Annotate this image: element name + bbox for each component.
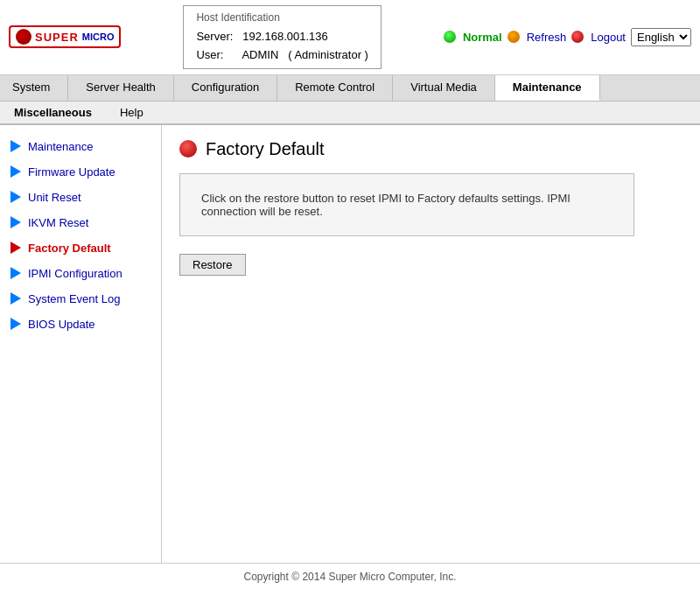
sidebar-item-ikvm-reset[interactable]: IKVM Reset xyxy=(0,210,161,235)
sidebar-label-ikvm-reset: IKVM Reset xyxy=(28,216,88,229)
sidebar-item-bios-update[interactable]: BIOS Update xyxy=(0,312,161,337)
footer: Copyright © 2014 Super Micro Computer, I… xyxy=(0,563,700,590)
logo-super-text: SUPER xyxy=(35,31,79,44)
nav-item-remote-control[interactable]: Remote Control xyxy=(277,75,393,101)
header-right: Normal Refresh Logout English xyxy=(444,28,691,46)
main-layout: Maintenance Firmware Update Unit Reset I… xyxy=(0,125,700,563)
nav-bar: System Server Health Configuration Remot… xyxy=(0,75,700,102)
sidebar-item-ipmi-config[interactable]: IPMI Configuration xyxy=(0,261,161,286)
status-green-dot xyxy=(444,31,456,43)
main-nav: System Server Health Configuration Remot… xyxy=(0,75,700,101)
sidebar-label-ipmi-config: IPMI Configuration xyxy=(28,267,122,280)
sidebar-label-firmware-update: Firmware Update xyxy=(28,165,116,179)
sidebar: Maintenance Firmware Update Unit Reset I… xyxy=(0,125,162,563)
arrow-icon-unit-reset xyxy=(10,191,21,203)
page-title: Factory Default xyxy=(206,139,325,159)
status-normal-text: Normal xyxy=(463,31,502,44)
status-orange-dot xyxy=(508,31,520,43)
logo: SUPERMICRO xyxy=(9,25,121,48)
sidebar-label-system-event-log: System Event Log xyxy=(28,292,121,305)
host-id-title: Host Identification xyxy=(196,10,368,26)
user-label: User: xyxy=(196,48,223,61)
logo-area: SUPERMICRO xyxy=(9,25,121,48)
sidebar-label-factory-default: Factory Default xyxy=(28,242,111,255)
server-row: Server: 192.168.001.136 xyxy=(196,28,368,46)
header: SUPERMICRO Host Identification Server: 1… xyxy=(0,0,700,75)
sidebar-item-system-event-log[interactable]: System Event Log xyxy=(0,286,161,312)
nav-item-server-health[interactable]: Server Health xyxy=(68,75,173,101)
logo-circle-icon xyxy=(16,29,32,45)
content-area: Factory Default Click on the restore but… xyxy=(162,125,700,563)
arrow-icon-ipmi-config xyxy=(10,267,21,279)
arrow-icon-firmware xyxy=(10,165,21,178)
page-title-icon xyxy=(179,140,197,158)
copyright-text: Copyright © 2014 Super Micro Computer, I… xyxy=(244,571,457,583)
info-text: Click on the restore button to reset IPM… xyxy=(201,192,570,218)
sub-nav-bar: Miscellaneous Help xyxy=(0,102,700,125)
sub-nav-help[interactable]: Help xyxy=(106,102,158,123)
user-row: User: ADMIN ( Administrator ) xyxy=(196,46,368,65)
nav-item-virtual-media[interactable]: Virtual Media xyxy=(393,75,495,101)
host-identification-box: Host Identification Server: 192.168.001.… xyxy=(183,5,382,69)
language-select[interactable]: English xyxy=(631,28,691,46)
status-red-dot xyxy=(571,31,584,43)
sidebar-item-factory-default[interactable]: Factory Default xyxy=(0,235,161,261)
user-value: ADMIN xyxy=(242,48,278,61)
sidebar-label-unit-reset: Unit Reset xyxy=(28,191,81,204)
nav-item-system[interactable]: System xyxy=(0,75,68,101)
arrow-icon-ikvm-reset xyxy=(10,216,21,228)
server-value: 192.168.001.136 xyxy=(242,30,328,43)
nav-item-maintenance[interactable]: Maintenance xyxy=(495,75,600,101)
info-box: Click on the restore button to reset IPM… xyxy=(179,173,634,236)
user-role: ( Administrator ) xyxy=(288,48,368,61)
arrow-icon-bios-update xyxy=(10,318,21,330)
nav-item-configuration[interactable]: Configuration xyxy=(174,75,277,101)
arrow-icon-maintenance xyxy=(10,140,21,152)
arrow-icon-factory-default xyxy=(10,242,21,254)
sidebar-label-bios-update: BIOS Update xyxy=(28,318,95,331)
restore-button[interactable]: Restore xyxy=(179,254,246,276)
page-title-row: Factory Default xyxy=(179,139,682,159)
sub-nav-miscellaneous[interactable]: Miscellaneous xyxy=(0,102,106,123)
server-label: Server: xyxy=(196,30,233,43)
sub-nav: Miscellaneous Help xyxy=(0,102,700,124)
refresh-link[interactable]: Refresh xyxy=(527,31,567,44)
logo-micro-text: MICRO xyxy=(82,32,115,42)
sidebar-label-maintenance: Maintenance xyxy=(28,140,93,153)
logout-link[interactable]: Logout xyxy=(591,31,626,44)
arrow-icon-system-event-log xyxy=(10,292,21,305)
sidebar-item-maintenance[interactable]: Maintenance xyxy=(0,134,161,159)
sidebar-item-firmware-update[interactable]: Firmware Update xyxy=(0,159,161,185)
sidebar-item-unit-reset[interactable]: Unit Reset xyxy=(0,185,161,210)
